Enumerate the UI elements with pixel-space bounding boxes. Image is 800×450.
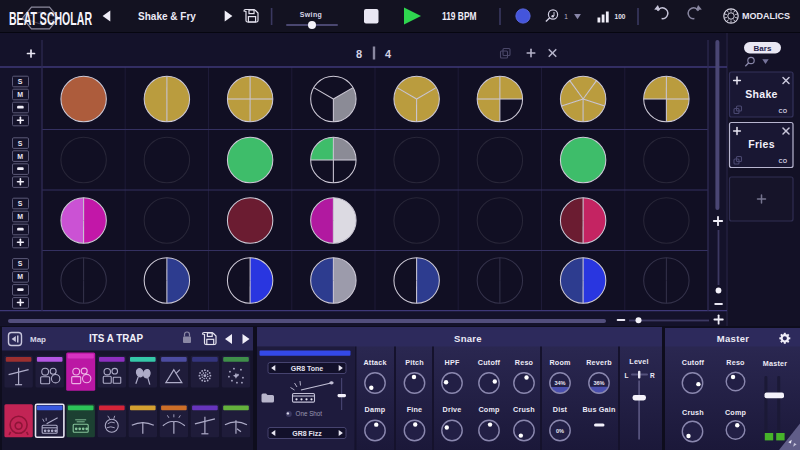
svg-text:Dist: Dist xyxy=(553,405,568,414)
svg-text:0%: 0% xyxy=(556,428,564,434)
svg-text:Bars: Bars xyxy=(754,44,772,53)
svg-text:MODALICS: MODALICS xyxy=(742,10,790,21)
svg-text:Comp: Comp xyxy=(478,405,500,414)
svg-text:Shake: Shake xyxy=(745,88,777,100)
svg-text:Drive: Drive xyxy=(443,405,462,414)
svg-text:S: S xyxy=(18,260,23,267)
svg-text:GR8 Tone: GR8 Tone xyxy=(291,365,324,372)
svg-text:Reso: Reso xyxy=(726,358,745,367)
svg-text:BEAT SCHOLAR: BEAT SCHOLAR xyxy=(9,9,92,29)
svg-text:Crush: Crush xyxy=(682,408,704,417)
svg-text:4: 4 xyxy=(385,48,392,60)
svg-text:Level: Level xyxy=(629,357,648,366)
svg-text:CO: CO xyxy=(779,108,788,114)
svg-text:Reverb: Reverb xyxy=(586,358,612,367)
svg-text:Shake & Fry: Shake & Fry xyxy=(138,11,196,22)
svg-text:M: M xyxy=(17,91,23,98)
svg-text:Comp: Comp xyxy=(725,408,747,417)
svg-text:Fine: Fine xyxy=(407,405,423,414)
svg-text:R: R xyxy=(650,372,655,379)
svg-text:Map: Map xyxy=(30,335,46,344)
svg-text:GR8 Fizz: GR8 Fizz xyxy=(292,430,322,437)
svg-text:One Shot: One Shot xyxy=(296,410,323,417)
svg-text:M: M xyxy=(17,153,23,160)
svg-text:ITS A TRAP: ITS A TRAP xyxy=(89,333,143,344)
svg-text:Damp: Damp xyxy=(365,405,386,414)
svg-text:Reso: Reso xyxy=(515,358,534,367)
svg-text:M: M xyxy=(17,213,23,220)
svg-text:1: 1 xyxy=(564,13,568,20)
svg-text:36%: 36% xyxy=(593,380,604,386)
svg-text:M: M xyxy=(17,273,23,280)
svg-text:Snare: Snare xyxy=(454,333,482,344)
svg-text:Cutoff: Cutoff xyxy=(478,358,501,367)
svg-text:S: S xyxy=(18,78,23,85)
svg-text:Master: Master xyxy=(717,333,749,344)
svg-text:Master: Master xyxy=(763,359,787,368)
svg-text:CO: CO xyxy=(779,158,788,164)
svg-text:Attack: Attack xyxy=(363,358,386,367)
svg-text:S: S xyxy=(18,140,23,147)
svg-text:119 BPM: 119 BPM xyxy=(442,11,477,22)
svg-text:8: 8 xyxy=(356,48,362,60)
svg-text:Pitch: Pitch xyxy=(405,358,424,367)
svg-text:L: L xyxy=(624,372,628,379)
svg-text:Room: Room xyxy=(549,358,570,367)
svg-text:100: 100 xyxy=(615,13,626,20)
svg-text:Bus Gain: Bus Gain xyxy=(582,405,615,414)
svg-text:HPF: HPF xyxy=(445,358,460,367)
svg-text:Cutoff: Cutoff xyxy=(682,358,705,367)
svg-text:Fries: Fries xyxy=(748,138,775,150)
svg-text:Crush: Crush xyxy=(513,405,535,414)
svg-text:S: S xyxy=(18,200,23,207)
svg-text:34%: 34% xyxy=(554,380,565,386)
svg-text:Swing: Swing xyxy=(300,11,323,19)
